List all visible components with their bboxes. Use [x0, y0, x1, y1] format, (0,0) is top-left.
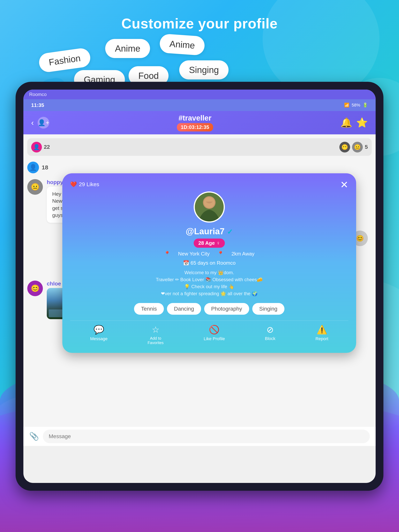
age-badge: 28 Age ♀: [194, 239, 225, 248]
calendar-icon: 📅: [183, 260, 189, 266]
app-name: Roomco: [29, 92, 46, 97]
verified-icon: ✓: [227, 228, 233, 236]
chat-avatar-1: 😐: [27, 179, 43, 195]
age-container: 28 Age ♀: [70, 239, 348, 248]
popup-avatar-container: [70, 191, 348, 222]
message-label: Message: [90, 336, 108, 341]
avatar-group-left: 👤 22: [31, 142, 50, 152]
interest-singing[interactable]: Singing: [252, 303, 284, 315]
age-text: 28 Age: [198, 240, 215, 246]
popup-actions: 💬 Message ☆ Add toFavorites 🚫 Like Profi…: [70, 321, 348, 345]
message-icon: 💬: [94, 325, 104, 335]
battery-text: 58%: [352, 103, 360, 108]
popup-likes: ❤️ 29 Likes: [70, 181, 348, 188]
header-left: ‹ 👤+: [31, 117, 49, 128]
report-icon: ⚠️: [317, 325, 327, 335]
location-text: New York City: [178, 251, 210, 257]
message-input-bar: 📎: [23, 426, 376, 446]
channel-timer: 1D:03:12:35: [177, 123, 213, 132]
distance-icon: 📍: [217, 251, 224, 257]
tablet-device: Roomco 11:35 📶 58% 🔋 ‹ 👤+ #traveller: [16, 82, 383, 491]
popup-username: @Lauria7 ✓: [70, 227, 348, 236]
member-count: 5: [365, 144, 368, 150]
popup-avatar: [194, 191, 225, 222]
favorites-icon: ☆: [152, 325, 159, 335]
star-icon[interactable]: ⭐: [356, 117, 368, 128]
page-title: Customize your profile: [0, 16, 399, 32]
battery-icon: 🔋: [363, 103, 368, 108]
interest-dancing[interactable]: Dancing: [167, 303, 201, 315]
status-icons: 📶 58% 🔋: [344, 103, 368, 108]
back-button[interactable]: ‹: [31, 118, 34, 127]
message-input[interactable]: [43, 430, 370, 443]
block-icon: ⊘: [266, 325, 274, 335]
action-block[interactable]: ⊘ Block: [265, 325, 276, 345]
interest-photography[interactable]: Photography: [204, 303, 249, 315]
avatar-mini-2: 😶: [339, 142, 350, 152]
tablet-container: Roomco 11:35 📶 58% 🔋 ‹ 👤+ #traveller: [16, 82, 383, 491]
profile-popup: ✕ ❤️ 29 Likes: [62, 173, 356, 353]
avatar-count-1: 22: [44, 144, 50, 150]
popup-days: 📅 65 days on Roomco: [70, 260, 348, 266]
app-bar: Roomco: [23, 89, 376, 99]
add-user-button[interactable]: 👤+: [38, 117, 49, 128]
tag-anime2[interactable]: Anime: [159, 33, 205, 56]
favorites-label: Add toFavorites: [148, 336, 164, 345]
tag-anime1[interactable]: Anime: [105, 39, 150, 58]
avatar-blue: 👤: [27, 162, 39, 173]
status-time: 11:35: [31, 102, 44, 108]
chat-area: 👤 22 😶 😐 5 👤 18 😐: [23, 134, 376, 446]
heart-icon: ❤️: [70, 181, 77, 188]
block-label: Block: [265, 336, 276, 341]
popup-bio: Welcome to my 👑dom. Traveller ✏ Book Lov…: [70, 269, 348, 297]
like-icon: 🚫: [209, 325, 219, 335]
wifi-icon: 📶: [344, 103, 349, 108]
avatar-group-right: 😶 😐 5: [339, 142, 368, 152]
tag-fashion[interactable]: Fashion: [38, 47, 91, 73]
avatar-mini-3: 😐: [352, 142, 363, 152]
location-icon: 📍: [164, 251, 170, 257]
chat-avatar-chloe: 😊: [27, 281, 43, 296]
tablet-screen: Roomco 11:35 📶 58% 🔋 ‹ 👤+ #traveller: [23, 89, 376, 483]
action-report[interactable]: ⚠️ Report: [315, 325, 328, 345]
bell-icon[interactable]: 🔔: [341, 117, 352, 128]
popup-close-button[interactable]: ✕: [340, 179, 348, 190]
popup-info-row: 📍 New York City 📍 2km Away: [70, 251, 348, 257]
avatar-row-middle: 👤 18: [27, 162, 372, 173]
status-bar: 11:35 📶 58% 🔋: [23, 99, 376, 111]
header-center: #traveller 1D:03:12:35: [177, 114, 213, 132]
like-label: Like Profile: [204, 336, 225, 341]
tag-singing[interactable]: Singing: [179, 60, 229, 79]
header-right: 🔔 ⭐: [341, 117, 368, 128]
likes-count: 29 Likes: [79, 181, 99, 188]
action-favorites[interactable]: ☆ Add toFavorites: [148, 325, 164, 345]
interest-tennis[interactable]: Tennis: [134, 303, 164, 315]
avatar-count-middle: 18: [42, 164, 48, 171]
action-like[interactable]: 🚫 Like Profile: [204, 325, 225, 345]
gender-icon: ♀: [216, 240, 220, 246]
report-label: Report: [315, 336, 328, 341]
attachment-icon[interactable]: 📎: [29, 432, 39, 441]
avatar-mini-1: 👤: [31, 142, 42, 152]
channel-title: #traveller: [177, 114, 213, 122]
popup-interests: Tennis Dancing Photography Singing: [70, 303, 348, 315]
action-message[interactable]: 💬 Message: [90, 325, 108, 345]
distance-text: 2km Away: [232, 251, 254, 257]
app-header: ‹ 👤+ #traveller 1D:03:12:35 🔔 ⭐: [23, 111, 376, 134]
avatars-row: 👤 22 😶 😐 5: [27, 138, 372, 156]
